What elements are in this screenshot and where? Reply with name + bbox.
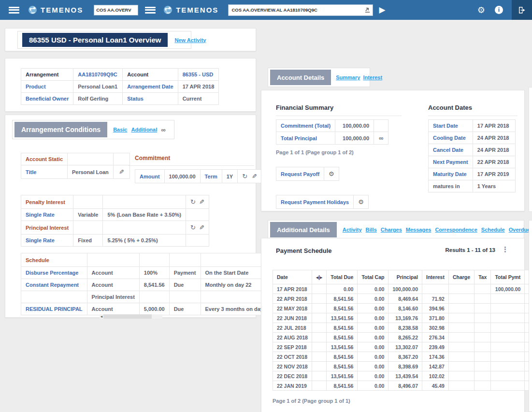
col-tax[interactable]: Tax [474,270,491,284]
payment-schedule-cell: 22 AUG 2018 [273,333,312,342]
refresh-icon[interactable]: ↻ [190,224,196,231]
schedule-link[interactable]: Schedule [481,227,505,233]
payment-schedule-cell [448,371,474,381]
payment-schedule-cell: 174.36 [422,352,449,362]
overdue-link[interactable]: Overdue [509,227,531,233]
col-charge[interactable]: Charge [448,270,474,284]
account-id: 86355 - USD [178,69,219,81]
menu-icon[interactable] [9,7,19,14]
payment-schedule-cell [448,313,474,323]
schedule-cell [169,291,201,303]
payment-schedule-row: 22 SEP 201813,541.560.0013,302.07239.49-… [273,342,532,352]
schedule-cell: 5,000.00 [139,303,169,315]
empty-cell [374,120,388,132]
table-row: Beneficial Owner Rolf Gerling Status Cur… [21,93,219,105]
payment-schedule-cell: 8,541.56 [327,352,358,362]
payment-schedule-cell [474,362,491,371]
info-icon[interactable]: i [495,6,503,14]
commitment-total-value: 100,000.00 [335,120,374,132]
col-total-due[interactable]: Total Due [327,270,358,284]
payment-schedule-cell: 8,541.56 [327,333,358,342]
summary-link[interactable]: Summary [336,74,360,80]
brand-text-2: TEMENOS [176,6,218,14]
gear-icon[interactable]: ⚙ [358,198,364,206]
additional-link[interactable]: Additional [131,127,157,132]
payment-schedule-cell [491,304,525,313]
edit-icon[interactable]: ✎ [119,168,124,176]
request-payoff-label[interactable]: Request Payoff [276,167,324,181]
col-interest[interactable]: Interest [422,270,449,284]
total-principal-value: 100,000.00 [335,132,374,145]
edit-icon[interactable]: ✎ [199,224,204,231]
go-arrow-icon[interactable] [364,6,371,14]
payment-schedule-cell: 371.80 [422,313,449,323]
column-resize-icon[interactable]: ◂|▸ [312,270,326,284]
payment-schedule-cell [448,352,474,362]
payment-schedule-cell: 22 NOV 2018 [273,362,312,371]
maturity-date-value: 17 APR 2019 [473,168,515,180]
interest-link[interactable]: Interest [363,74,382,80]
commitment-table: Amount 100,000.00 Term 1Y ↻ ✎ [135,169,262,183]
empty-cell [103,221,186,235]
account-static-table: Account Static Title Personal Loan ✎ [21,153,130,179]
edit-icon[interactable]: ✎ [199,198,204,206]
table-row: Single Rate Fixed 5.25% ( 5% + 0.25%) [21,235,209,247]
empty-cell [113,153,129,165]
spacer-cell [312,333,326,342]
request-payment-holidays-button[interactable]: Request Payment Holidays ⚙ [276,195,369,209]
correspondence-link[interactable]: Correspondence [435,227,477,233]
payment-schedule-cell: 22 JUN 2018 [273,313,312,323]
request-payoff-button[interactable]: Request Payoff ⚙ [276,167,339,181]
commitment-title: Commitment [135,155,170,162]
run-icon[interactable]: ▶ [379,5,385,15]
payment-schedule-cell [448,333,474,342]
command-input-small[interactable] [94,5,138,15]
gear-icon[interactable]: ⚙ [329,170,334,177]
col-total-pymt[interactable]: Total Pymt [491,270,525,284]
scrollbar-thumb[interactable] [103,314,152,319]
menu-icon-2[interactable] [145,7,156,14]
payment-schedule-cell [474,294,491,304]
refresh-icon[interactable]: ↻ [190,198,196,206]
logout-button[interactable] [512,0,532,20]
edit-icon[interactable]: ✎ [252,173,257,180]
view-icon[interactable]: ∞ [379,134,383,142]
refresh-icon[interactable]: ↻ [242,173,247,180]
charges-link[interactable]: Charges [381,227,402,233]
horizontal-scrollbar[interactable]: ◂ [100,314,162,319]
payment-schedule-cell: 8,367.20 [388,352,422,362]
principal-interest-title: Principal Interest [21,221,73,235]
page-title: 86355 USD - Personal Loan1 Overview [22,33,168,47]
new-activity-link[interactable]: New Activity [174,37,206,43]
activity-link[interactable]: Activity [343,227,362,233]
payment-schedule-cell: 8,265.22 [388,333,422,342]
account-label: Account [123,69,178,81]
table-row: Disburse Percentage Account 100% Payment… [21,267,299,279]
settings-gear-icon[interactable]: ⚙ [477,5,485,15]
scroll-left-icon[interactable]: ◂ [100,314,103,319]
col-date[interactable]: Date [273,270,312,284]
spacer-cell [312,371,326,381]
account-details-panel: Financial Summary Commitment (Total) 100… [261,90,525,211]
payment-schedule-table: Date ◂|▸ Total Due Total Cap Principal I… [273,270,532,391]
payment-schedule-cell: 0.00 [358,313,388,323]
col-total-cap[interactable]: Total Cap [358,270,388,284]
col-principal[interactable]: Principal [388,270,422,284]
spacer-cell [312,342,326,352]
basic-link[interactable]: Basic [113,127,127,132]
request-payment-holidays-label[interactable]: Request Payment Holidays [276,195,354,209]
commitment-total-label: Commitment (Total) [276,120,335,132]
account-dates-table: Start Date17 APR 2018 Cooling Date24 APR… [428,119,516,192]
empty-cell [169,253,201,267]
messages-link[interactable]: Messages [406,227,431,233]
bills-link[interactable]: Bills [366,227,377,233]
payment-schedule-cell [448,362,474,371]
arrangement-date-label: Arrangement Date [123,81,178,93]
product-label: Product [21,81,73,93]
menu-dots-icon[interactable]: ⋮ [502,245,509,254]
schedule-cell: Payment [169,267,201,279]
command-input-main[interactable] [228,4,373,16]
view-icon[interactable]: ∞ [161,127,165,133]
table-row: Next Payment22 APR 2018 [429,156,516,168]
payment-schedule-cell: 17 APR 2018 [273,284,312,294]
